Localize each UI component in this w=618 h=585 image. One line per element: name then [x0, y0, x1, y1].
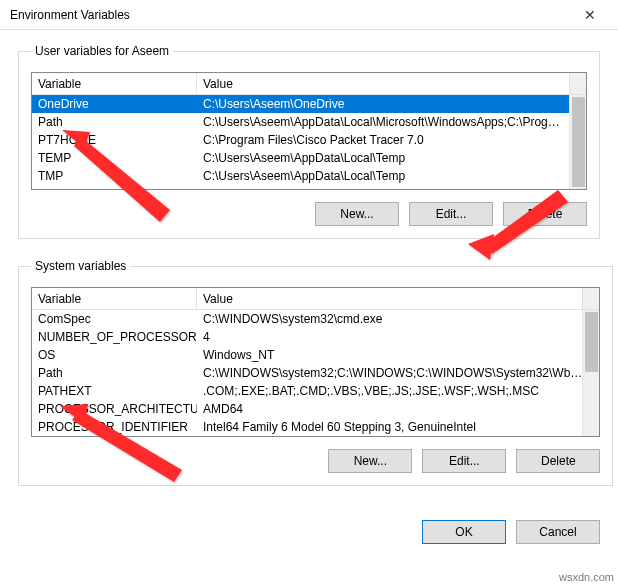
watermark: wsxdn.com [559, 571, 614, 583]
cell-value: C:\WINDOWS\system32;C:\WINDOWS;C:\WINDOW… [197, 366, 582, 380]
table-row[interactable]: PROCESSOR_ARCHITECTUREAMD64 [32, 400, 599, 418]
user-table-header: Variable Value [32, 73, 586, 95]
system-variables-group: System variables Variable Value ComSpecC… [18, 259, 613, 486]
cell-variable: ComSpec [32, 312, 197, 326]
table-row[interactable]: PROCESSOR_IDENTIFIERIntel64 Family 6 Mod… [32, 418, 599, 436]
system-variables-legend: System variables [31, 259, 130, 273]
table-row[interactable]: PT7HOMEC:\Program Files\Cisco Packet Tra… [32, 131, 586, 149]
cancel-button[interactable]: Cancel [516, 520, 600, 544]
ok-button[interactable]: OK [422, 520, 506, 544]
cell-variable: PATHEXT [32, 384, 197, 398]
user-edit-button[interactable]: Edit... [409, 202, 493, 226]
table-row[interactable]: OSWindows_NT [32, 346, 599, 364]
titlebar: Environment Variables ✕ [0, 0, 618, 30]
scrollbar-header-gap [582, 288, 599, 309]
user-variables-group: User variables for Aseem Variable Value … [18, 44, 600, 239]
system-table-header: Variable Value [32, 288, 599, 310]
user-new-button[interactable]: New... [315, 202, 399, 226]
col-header-variable[interactable]: Variable [32, 288, 197, 309]
cell-value: .COM;.EXE;.BAT;.CMD;.VBS;.VBE;.JS;.JSE;.… [197, 384, 582, 398]
col-header-value[interactable]: Value [197, 73, 569, 94]
cell-value: Intel64 Family 6 Model 60 Stepping 3, Ge… [197, 420, 582, 434]
system-delete-button[interactable]: Delete [516, 449, 600, 473]
scrollbar-header-gap [569, 73, 586, 94]
scrollbar[interactable] [569, 95, 586, 189]
close-icon[interactable]: ✕ [570, 1, 610, 29]
system-edit-button[interactable]: Edit... [422, 449, 506, 473]
table-row[interactable]: NUMBER_OF_PROCESSORS4 [32, 328, 599, 346]
cell-variable: Path [32, 115, 197, 129]
user-variables-legend: User variables for Aseem [31, 44, 173, 58]
cell-value: Windows_NT [197, 348, 582, 362]
table-row[interactable]: PathC:\Users\Aseem\AppData\Local\Microso… [32, 113, 586, 131]
cell-value: C:\Users\Aseem\OneDrive [197, 97, 569, 111]
table-row[interactable]: TMPC:\Users\Aseem\AppData\Local\Temp [32, 167, 586, 185]
table-row[interactable]: ComSpecC:\WINDOWS\system32\cmd.exe [32, 310, 599, 328]
scrollbar-thumb[interactable] [585, 312, 598, 372]
user-delete-button[interactable]: Delete [503, 202, 587, 226]
cell-variable: TMP [32, 169, 197, 183]
cell-value: AMD64 [197, 402, 582, 416]
cell-value: C:\Program Files\Cisco Packet Tracer 7.0 [197, 133, 569, 147]
cell-variable: TEMP [32, 151, 197, 165]
cell-value: C:\Users\Aseem\AppData\Local\Microsoft\W… [197, 115, 569, 129]
cell-value: 4 [197, 330, 582, 344]
user-table-body: OneDriveC:\Users\Aseem\OneDrivePathC:\Us… [32, 95, 586, 189]
cell-value: C:\Users\Aseem\AppData\Local\Temp [197, 169, 569, 183]
scrollbar-thumb[interactable] [572, 97, 585, 187]
table-row[interactable]: TEMPC:\Users\Aseem\AppData\Local\Temp [32, 149, 586, 167]
cell-variable: Path [32, 366, 197, 380]
cell-value: C:\WINDOWS\system32\cmd.exe [197, 312, 582, 326]
cell-variable: PROCESSOR_IDENTIFIER [32, 420, 197, 434]
system-table-body: ComSpecC:\WINDOWS\system32\cmd.exeNUMBER… [32, 310, 599, 436]
cell-variable: PROCESSOR_ARCHITECTURE [32, 402, 197, 416]
col-header-value[interactable]: Value [197, 288, 582, 309]
cell-variable: NUMBER_OF_PROCESSORS [32, 330, 197, 344]
table-row[interactable]: PathC:\WINDOWS\system32;C:\WINDOWS;C:\WI… [32, 364, 599, 382]
window-title: Environment Variables [10, 8, 130, 22]
scrollbar[interactable] [582, 310, 599, 436]
cell-variable: OneDrive [32, 97, 197, 111]
cell-variable: PT7HOME [32, 133, 197, 147]
cell-variable: OS [32, 348, 197, 362]
col-header-variable[interactable]: Variable [32, 73, 197, 94]
table-row[interactable]: OneDriveC:\Users\Aseem\OneDrive [32, 95, 586, 113]
system-new-button[interactable]: New... [328, 449, 412, 473]
user-variables-table[interactable]: Variable Value OneDriveC:\Users\Aseem\On… [31, 72, 587, 190]
system-variables-table[interactable]: Variable Value ComSpecC:\WINDOWS\system3… [31, 287, 600, 437]
table-row[interactable]: PATHEXT.COM;.EXE;.BAT;.CMD;.VBS;.VBE;.JS… [32, 382, 599, 400]
cell-value: C:\Users\Aseem\AppData\Local\Temp [197, 151, 569, 165]
